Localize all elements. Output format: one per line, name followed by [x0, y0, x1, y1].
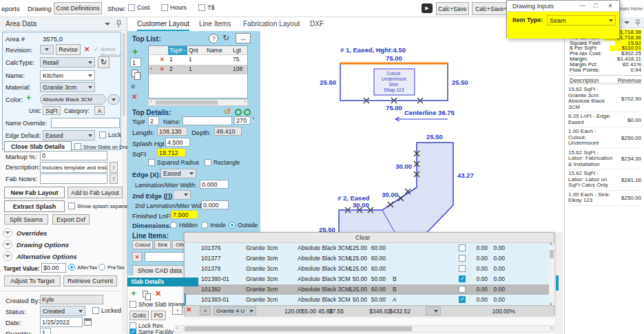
lock-checkbox-box[interactable] [99, 132, 106, 138]
tab-fabrication-layout[interactable]: Fabrication Layout [243, 20, 300, 28]
delete-top-icon[interactable]: ✕ [132, 93, 137, 101]
add-slab-icon[interactable]: + [131, 288, 136, 298]
slab-grid-v-scrollbar[interactable]: ˄ ˅ [549, 243, 554, 305]
show-slabs-checkbox-box[interactable] [74, 143, 81, 150]
splitter-handle[interactable] [556, 275, 559, 291]
overrides-chevron-icon[interactable] [3, 228, 12, 238]
refresh-icon[interactable]: ↻ [222, 33, 229, 43]
same-facility-box[interactable] [129, 328, 136, 334]
fin-pin-icon[interactable] [634, 19, 641, 27]
color-dropdown-arrow[interactable] [107, 94, 120, 105]
name-override-input[interactable] [51, 118, 120, 128]
slab-row[interactable]: 101377Granite 3cmAbsolute Black 3CM125.0… [185, 253, 550, 264]
add-color-icon[interactable]: + [26, 93, 31, 103]
lam2-width-input[interactable]: 0.000 [201, 200, 229, 209]
locked-checkbox-box[interactable] [92, 307, 99, 314]
window-title-bar[interactable]: Drawing Inputs — □ × [507, 1, 619, 12]
top-list-grid[interactable]: Top# ^ Qnt Name Lgt ✕ 1 1 75. › ✕ 2 1 10… [148, 45, 248, 98]
alternative-options-chevron-icon[interactable] [3, 251, 12, 261]
rotate-cw-icon[interactable] [244, 109, 251, 116]
top-row-1[interactable]: ✕ 1 1 75. [149, 55, 248, 65]
line-items-tab-sink[interactable]: Sink [154, 240, 171, 249]
slab-row[interactable]: 101376Granite 3cmAbsolute Black 3CM125.0… [185, 243, 550, 253]
rectangle-box[interactable] [205, 159, 211, 166]
outside-radio-button[interactable] [229, 222, 236, 229]
aftertax-radio[interactable]: AfterTax [68, 264, 97, 271]
adjust-to-target-button[interactable]: Adjust To Target [4, 275, 61, 286]
area-name-dropdown[interactable]: Kitchen [40, 70, 95, 81]
show-slab-image-box[interactable] [129, 301, 136, 308]
edge-x-dropdown[interactable]: Eased [160, 169, 196, 178]
tab-customer-layout[interactable]: Customer Layout [137, 20, 189, 31]
top-row-2-selected[interactable]: › ✕ 2 1 108 [149, 65, 248, 74]
drawing-options-section[interactable]: Drawing Options [3, 240, 69, 249]
same-facility-checkbox[interactable]: Same Facility [129, 328, 174, 334]
top-options-icon[interactable]: ≡ [131, 82, 136, 90]
po-button[interactable]: PO [151, 311, 166, 320]
edge-2nd-dropdown[interactable] [173, 190, 191, 200]
hidden-radio-button[interactable] [170, 222, 177, 229]
slab-row[interactable]: 101378Granite 3cmAbsolute Black 3CM125.0… [185, 264, 550, 274]
col-name[interactable]: Name [207, 46, 222, 54]
squared-radius-checkbox[interactable]: Squared Radius [148, 159, 199, 166]
overrides-section[interactable]: Overrides [3, 228, 47, 238]
fab-notes-input[interactable] [40, 174, 107, 184]
extract-splash-button[interactable]: Extract Splash [4, 200, 65, 212]
hours-checkbox-box[interactable] [161, 4, 168, 11]
add-to-fab-layout-button[interactable]: Add to Fab Layout [67, 187, 123, 198]
angle-input[interactable]: 270 [234, 116, 251, 125]
top-1-shape[interactable]: Cutout: Undermount Sink: Elkay 123 [340, 63, 448, 103]
delete-row-icon[interactable]: ✕ [160, 65, 165, 72]
clear-button[interactable]: Clear [355, 234, 371, 241]
lock-checkbox[interactable]: Lock [99, 132, 121, 138]
slab-row[interactable]: 101382Granite 3cmAbsolute Black 3CM125.0… [185, 284, 550, 295]
delete-slab-icon[interactable]: ✕ [155, 289, 161, 298]
show-ts-checkbox[interactable]: T$ [198, 4, 215, 11]
slab-summary-row[interactable]: ˄ Granite 4 U 120.00 55.00 45.83 $7.55 $… [185, 305, 554, 316]
goto-button[interactable]: Goto [129, 311, 149, 320]
slab-row[interactable]: 101383-01Granite 3cmAbsolute Black 3CM50… [185, 295, 550, 305]
menu-item-reports[interactable]: eports [1, 5, 19, 12]
fin-collapse-chevron-icon[interactable] [624, 21, 630, 24]
collapse-chevron-icon[interactable] [105, 23, 110, 25]
lam-width-input[interactable]: 0.000 [200, 180, 229, 189]
status-dropdown[interactable]: Created [40, 306, 85, 316]
rectangle-checkbox[interactable]: Rectangle [205, 159, 240, 166]
area-panel-scrollbar[interactable] [122, 32, 126, 333]
new-fab-layout-button[interactable]: New Fab Layout [4, 187, 65, 198]
col-lgt[interactable]: Lgt [233, 46, 241, 54]
tab-line-items[interactable]: Line Items [199, 20, 231, 28]
delete-slab-row-icon[interactable]: ✕ [186, 306, 191, 313]
undo-rotate-icon[interactable]: ↺ [224, 107, 231, 116]
alternative-options-section[interactable]: Alternative Options [3, 251, 77, 261]
calc-save-button[interactable]: Calc+Save [436, 2, 469, 15]
squared-radius-box[interactable] [148, 159, 155, 166]
splash-hgt-input[interactable]: 4.500 [165, 138, 190, 147]
show-splash-checkbox-box[interactable] [68, 202, 75, 209]
top-name-input[interactable] [183, 116, 232, 125]
fab-notes-expand-icon[interactable]: ↕ [110, 174, 118, 184]
menu-item-drawing[interactable]: Drawing [28, 5, 52, 12]
video-icon[interactable]: ▶ [422, 3, 433, 13]
item-type-dropdown[interactable]: Seam [547, 15, 616, 25]
show-cost-checkbox[interactable]: Cost [128, 4, 150, 11]
top-count-input[interactable]: 1 [130, 58, 141, 67]
aftertax-radio-button[interactable] [68, 264, 75, 271]
color-dropdown[interactable]: Absolute Black 3CM [40, 94, 106, 105]
slab-row-checkbox[interactable] [459, 244, 466, 251]
pretax-radio-button[interactable] [98, 264, 105, 271]
cost-checkbox-box[interactable] [128, 4, 135, 11]
slab-row-checkbox[interactable] [459, 286, 466, 293]
col-qnt[interactable]: Qnt [189, 46, 198, 54]
revise-button[interactable]: Revise [56, 44, 81, 55]
description-input[interactable]: Includes template and installation [40, 162, 107, 173]
edge-default-dropdown[interactable]: Eased [43, 130, 95, 140]
grid-h-scrollbar[interactable]: ‹ › [148, 99, 248, 106]
dims-inside-radio[interactable]: Inside [201, 222, 226, 229]
minimize-icon[interactable]: — [579, 2, 585, 9]
date-input[interactable]: 1/25/2022 [40, 317, 83, 327]
retrieve-current-button[interactable]: Retrieve Current [63, 275, 117, 286]
rotate-ccw-icon[interactable] [235, 109, 242, 116]
expand-width-icon[interactable]: ↔ [236, 33, 251, 43]
slab-row-checkbox[interactable] [459, 255, 466, 262]
